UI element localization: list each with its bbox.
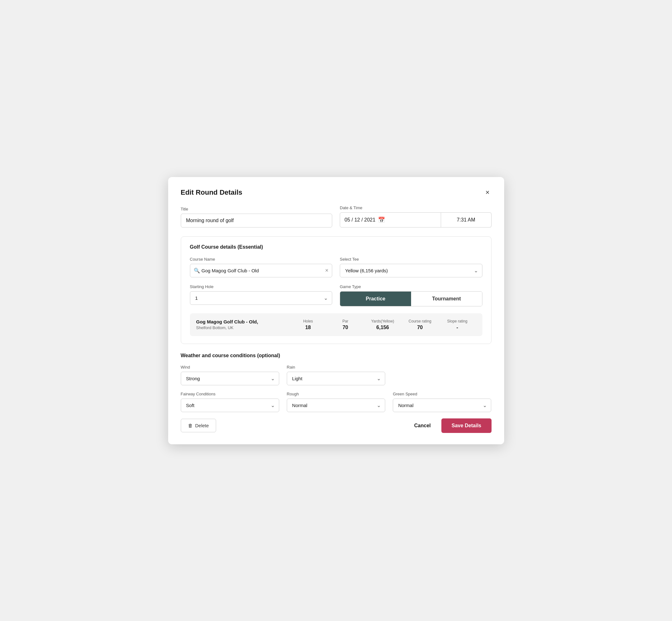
edit-round-modal: Edit Round Details × Title Date & Time 0… bbox=[168, 177, 504, 444]
fairway-select-wrap: FirmNormal SoftWet ⌄ bbox=[181, 399, 279, 412]
weather-section-title: Weather and course conditions (optional) bbox=[181, 353, 492, 359]
course-name-input[interactable] bbox=[190, 264, 333, 277]
wind-select-wrap: CalmLightModerate StrongVery Strong ⌄ bbox=[181, 372, 279, 385]
datetime-field-group: Date & Time 05 / 12 / 2021 📅 7:31 AM bbox=[340, 205, 492, 227]
green-speed-group: Green Speed SlowNormal FastVery Fast ⌄ bbox=[393, 391, 491, 412]
rain-label: Rain bbox=[287, 365, 385, 370]
clear-icon[interactable]: × bbox=[325, 267, 328, 274]
course-rating-label: Course rating bbox=[401, 319, 438, 323]
rough-group: Rough ShortNormal LongVery Long ⌄ bbox=[287, 391, 385, 412]
title-input[interactable] bbox=[181, 214, 333, 227]
close-button[interactable]: × bbox=[484, 189, 492, 197]
par-value: 70 bbox=[327, 325, 364, 330]
course-info-row: Gog Magog Golf Club - Old, Shelford Bott… bbox=[190, 313, 482, 336]
save-button[interactable]: Save Details bbox=[442, 418, 491, 433]
course-info-location: Shelford Bottom, UK bbox=[196, 325, 290, 330]
golf-section-title: Golf Course details (Essential) bbox=[190, 244, 482, 250]
select-tee-label: Select Tee bbox=[340, 257, 482, 261]
green-speed-select-wrap: SlowNormal FastVery Fast ⌄ bbox=[393, 399, 491, 412]
modal-header: Edit Round Details × bbox=[181, 189, 492, 197]
rough-dropdown[interactable]: ShortNormal LongVery Long bbox=[287, 399, 385, 412]
delete-label: Delete bbox=[195, 423, 209, 428]
practice-button[interactable]: Practice bbox=[340, 292, 411, 306]
course-name-col: Gog Magog Golf Club - Old, Shelford Bott… bbox=[196, 319, 290, 330]
footer-right: Cancel Save Details bbox=[409, 418, 492, 433]
rough-label: Rough bbox=[287, 391, 385, 396]
cancel-button[interactable]: Cancel bbox=[409, 419, 436, 432]
select-tee-group: Select Tee Yellow (6,156 yards) White Re… bbox=[340, 257, 482, 277]
time-field[interactable]: 7:31 AM bbox=[441, 212, 492, 227]
game-type-group: Game Type Practice Tournament bbox=[340, 284, 482, 306]
holes-value: 18 bbox=[289, 325, 327, 330]
course-tee-row: Course Name 🔍 × Select Tee Yellow (6,156… bbox=[190, 257, 482, 277]
datetime-fields: 05 / 12 / 2021 📅 7:31 AM bbox=[340, 212, 492, 227]
starting-hole-label: Starting Hole bbox=[190, 284, 333, 289]
trash-icon: 🗑 bbox=[188, 423, 193, 428]
title-label: Title bbox=[181, 207, 333, 211]
holes-stat: Holes 18 bbox=[289, 319, 327, 330]
wind-group: Wind CalmLightModerate StrongVery Strong… bbox=[181, 365, 279, 385]
rough-select-wrap: ShortNormal LongVery Long ⌄ bbox=[287, 399, 385, 412]
slope-rating-label: Slope rating bbox=[438, 319, 476, 323]
wind-dropdown[interactable]: CalmLightModerate StrongVery Strong bbox=[181, 372, 279, 385]
course-name-label: Course Name bbox=[190, 257, 333, 261]
course-search-wrap: 🔍 × bbox=[190, 264, 333, 277]
course-info-name: Gog Magog Golf Club - Old, bbox=[196, 319, 290, 324]
select-tee-dropdown[interactable]: Yellow (6,156 yards) White Red Blue bbox=[340, 264, 482, 277]
green-speed-dropdown[interactable]: SlowNormal FastVery Fast bbox=[393, 399, 491, 412]
slope-rating-value: - bbox=[438, 325, 476, 330]
footer-row: 🗑 Delete Cancel Save Details bbox=[181, 418, 492, 433]
title-field-group: Title bbox=[181, 207, 333, 227]
course-rating-value: 70 bbox=[401, 325, 438, 330]
course-name-group: Course Name 🔍 × bbox=[190, 257, 333, 277]
starting-hole-wrap: 1234 5678 910 ⌄ bbox=[190, 291, 333, 305]
tournament-button[interactable]: Tournament bbox=[411, 292, 482, 306]
wind-label: Wind bbox=[181, 365, 279, 370]
par-label: Par bbox=[327, 319, 364, 323]
date-value: 05 / 12 / 2021 bbox=[344, 217, 375, 223]
yards-stat: Yards(Yellow) 6,156 bbox=[364, 319, 401, 330]
fairway-dropdown[interactable]: FirmNormal SoftWet bbox=[181, 399, 279, 412]
delete-button[interactable]: 🗑 Delete bbox=[181, 419, 216, 432]
fairway-group: Fairway Conditions FirmNormal SoftWet ⌄ bbox=[181, 391, 279, 412]
date-field[interactable]: 05 / 12 / 2021 📅 bbox=[340, 212, 441, 227]
fairway-label: Fairway Conditions bbox=[181, 391, 279, 396]
green-speed-label: Green Speed bbox=[393, 391, 491, 396]
game-type-label: Game Type bbox=[340, 284, 482, 289]
hole-gametype-row: Starting Hole 1234 5678 910 ⌄ Game Type … bbox=[190, 284, 482, 306]
fairway-rough-green-row: Fairway Conditions FirmNormal SoftWet ⌄ … bbox=[181, 391, 492, 412]
select-tee-wrap: Yellow (6,156 yards) White Red Blue ⌄ bbox=[340, 264, 482, 277]
top-row: Title Date & Time 05 / 12 / 2021 📅 7:31 … bbox=[181, 205, 492, 227]
time-value: 7:31 AM bbox=[457, 217, 475, 223]
game-type-toggle: Practice Tournament bbox=[340, 291, 482, 306]
rain-group: Rain NoneLight ModerateHeavy ⌄ bbox=[287, 365, 385, 385]
starting-hole-group: Starting Hole 1234 5678 910 ⌄ bbox=[190, 284, 333, 306]
holes-label: Holes bbox=[289, 319, 327, 323]
yards-label: Yards(Yellow) bbox=[364, 319, 401, 323]
modal-title: Edit Round Details bbox=[181, 189, 243, 197]
rain-select-wrap: NoneLight ModerateHeavy ⌄ bbox=[287, 372, 385, 385]
golf-course-section: Golf Course details (Essential) Course N… bbox=[181, 236, 492, 344]
weather-section: Weather and course conditions (optional)… bbox=[181, 353, 492, 412]
datetime-label: Date & Time bbox=[340, 205, 492, 210]
par-stat: Par 70 bbox=[327, 319, 364, 330]
slope-rating-stat: Slope rating - bbox=[438, 319, 476, 330]
rain-dropdown[interactable]: NoneLight ModerateHeavy bbox=[287, 372, 385, 385]
search-icon: 🔍 bbox=[194, 267, 200, 274]
starting-hole-dropdown[interactable]: 1234 5678 910 bbox=[190, 291, 333, 305]
calendar-icon: 📅 bbox=[378, 216, 385, 223]
wind-rain-row: Wind CalmLightModerate StrongVery Strong… bbox=[181, 365, 492, 385]
yards-value: 6,156 bbox=[364, 325, 401, 330]
course-rating-stat: Course rating 70 bbox=[401, 319, 438, 330]
